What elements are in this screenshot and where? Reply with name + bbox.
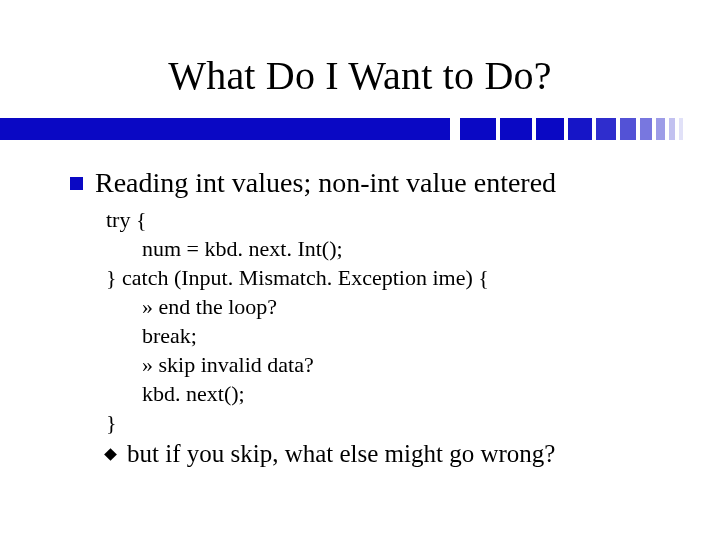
ruler-segment	[640, 118, 652, 140]
code-line: try {	[106, 205, 680, 234]
slide: What Do I Want to Do? Reading int values…	[0, 0, 720, 540]
code-line: num = kbd. next. Int();	[106, 234, 680, 263]
bullet-text: Reading int values; non-int value entere…	[95, 166, 556, 199]
code-line: } catch (Input. Mismatch. Exception ime)…	[106, 263, 680, 292]
diamond-bullet-icon	[104, 448, 117, 461]
code-line: » skip invalid data?	[106, 350, 680, 379]
code-line: kbd. next();	[106, 379, 680, 408]
code-block: try { num = kbd. next. Int(); } catch (I…	[106, 205, 680, 437]
ruler-segment	[679, 118, 683, 140]
code-line: break;	[106, 321, 680, 350]
code-line: » end the loop?	[106, 292, 680, 321]
code-line: }	[106, 408, 680, 437]
page-title: What Do I Want to Do?	[0, 52, 720, 99]
bullet-item: Reading int values; non-int value entere…	[70, 166, 680, 199]
ruler-segment	[620, 118, 636, 140]
ruler-segment	[536, 118, 564, 140]
sub-bullet-item: but if you skip, what else might go wron…	[106, 439, 680, 469]
ruler-segment	[568, 118, 592, 140]
decorative-ruler	[0, 118, 720, 140]
sub-bullet-text: but if you skip, what else might go wron…	[127, 439, 555, 469]
ruler-segment	[460, 118, 496, 140]
ruler-segment	[656, 118, 665, 140]
ruler-segment	[500, 118, 532, 140]
ruler-segment	[669, 118, 675, 140]
content-area: Reading int values; non-int value entere…	[70, 166, 680, 469]
ruler-bar	[0, 118, 450, 140]
ruler-segment	[596, 118, 616, 140]
square-bullet-icon	[70, 177, 83, 190]
